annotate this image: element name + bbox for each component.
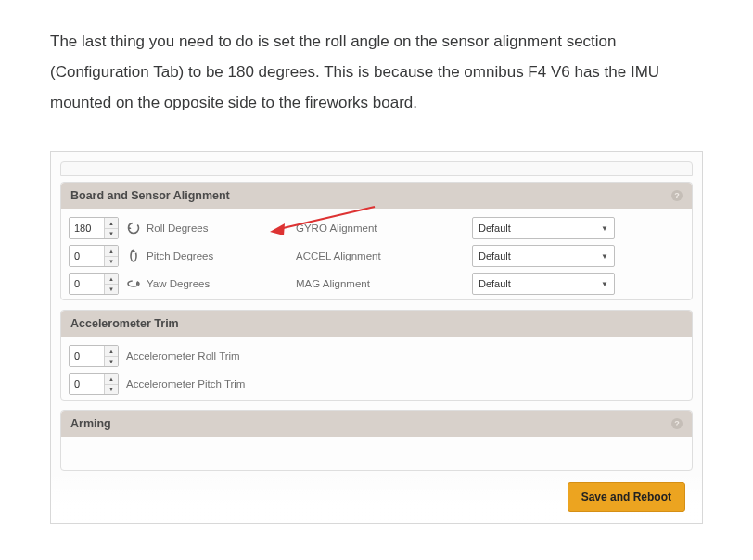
spinner-up-icon[interactable]: ▲	[105, 346, 118, 357]
accel-pitch-trim-label: Accelerometer Pitch Trim	[126, 378, 245, 389]
roll-label: Roll Degrees	[147, 223, 208, 234]
pitch-icon	[126, 248, 141, 263]
spinner-down-icon[interactable]: ▼	[105, 229, 118, 239]
mag-alignment-select[interactable]: Default ▼	[472, 273, 615, 295]
row-pitch-degrees: 0 ▲ ▼ Pitch Degrees ACCEL Ali	[69, 242, 684, 270]
accel-pitch-trim-value: 0	[70, 374, 104, 394]
panel-header-arming: Arming ?	[61, 411, 692, 437]
panel-arming: Arming ?	[60, 410, 693, 471]
accel-roll-trim-input[interactable]: 0 ▲ ▼	[69, 345, 119, 367]
panel-title: Arming	[70, 417, 111, 430]
roll-icon	[126, 221, 141, 235]
help-icon[interactable]: ?	[671, 190, 683, 201]
spinner-up-icon[interactable]: ▲	[105, 218, 118, 229]
row-accel-roll-trim: 0 ▲ ▼ Accelerometer Roll Trim	[69, 342, 684, 370]
intro-paragraph: The last thing you need to do is set the…	[50, 26, 703, 118]
spinner-up-icon[interactable]: ▲	[105, 374, 118, 385]
mag-alignment-label: MAG Alignment	[296, 278, 472, 289]
row-accel-pitch-trim: 0 ▲ ▼ Accelerometer Pitch Trim	[69, 370, 684, 398]
config-screenshot: Board and Sensor Alignment ? 180 ▲ ▼	[50, 151, 703, 524]
spinner-down-icon[interactable]: ▼	[105, 285, 118, 295]
spinner-up-icon[interactable]: ▲	[105, 274, 118, 285]
accel-roll-trim-label: Accelerometer Roll Trim	[126, 350, 240, 362]
roll-degrees-input[interactable]: 180 ▲ ▼	[69, 217, 119, 239]
save-and-reboot-button[interactable]: Save and Reboot	[568, 482, 685, 512]
select-value: Default	[479, 250, 511, 261]
spinner-up-icon[interactable]: ▲	[105, 246, 118, 257]
panel-accelerometer-trim: Accelerometer Trim 0 ▲ ▼ Accelerometer R…	[60, 310, 693, 401]
pitch-label: Pitch Degrees	[147, 250, 213, 261]
spinner-down-icon[interactable]: ▼	[105, 357, 118, 367]
pitch-degrees-value: 0	[70, 246, 104, 266]
row-roll-degrees: 180 ▲ ▼ Roll Degrees GYRO Ali	[69, 214, 684, 242]
pitch-degrees-input[interactable]: 0 ▲ ▼	[69, 245, 119, 267]
spinner-down-icon[interactable]: ▼	[105, 257, 118, 267]
select-value: Default	[479, 278, 511, 289]
select-value: Default	[479, 223, 511, 234]
spinner-down-icon[interactable]: ▼	[105, 385, 118, 395]
roll-degrees-value: 180	[70, 218, 104, 238]
chevron-down-icon: ▼	[601, 252, 608, 261]
accel-pitch-trim-input[interactable]: 0 ▲ ▼	[69, 373, 119, 395]
previous-panel-bottom	[60, 161, 693, 176]
yaw-icon	[126, 276, 141, 291]
panel-header-trim: Accelerometer Trim	[61, 311, 692, 337]
panel-header-alignment: Board and Sensor Alignment ?	[61, 183, 692, 209]
yaw-degrees-value: 0	[70, 274, 104, 294]
gyro-alignment-label: GYRO Alignment	[296, 223, 472, 234]
row-yaw-degrees: 0 ▲ ▼ Yaw Degrees MAG Alignme	[69, 270, 684, 298]
panel-board-sensor-alignment: Board and Sensor Alignment ? 180 ▲ ▼	[60, 182, 693, 300]
accel-alignment-label: ACCEL Alignment	[296, 250, 472, 261]
yaw-label: Yaw Degrees	[147, 278, 210, 289]
panel-title: Board and Sensor Alignment	[70, 189, 230, 202]
yaw-degrees-input[interactable]: 0 ▲ ▼	[69, 273, 119, 295]
help-icon[interactable]: ?	[671, 418, 683, 429]
gyro-alignment-select[interactable]: Default ▼	[472, 217, 615, 239]
chevron-down-icon: ▼	[601, 280, 608, 288]
accel-roll-trim-value: 0	[70, 346, 104, 366]
chevron-down-icon: ▼	[601, 224, 608, 233]
panel-title: Accelerometer Trim	[70, 317, 179, 330]
accel-alignment-select[interactable]: Default ▼	[472, 245, 615, 267]
